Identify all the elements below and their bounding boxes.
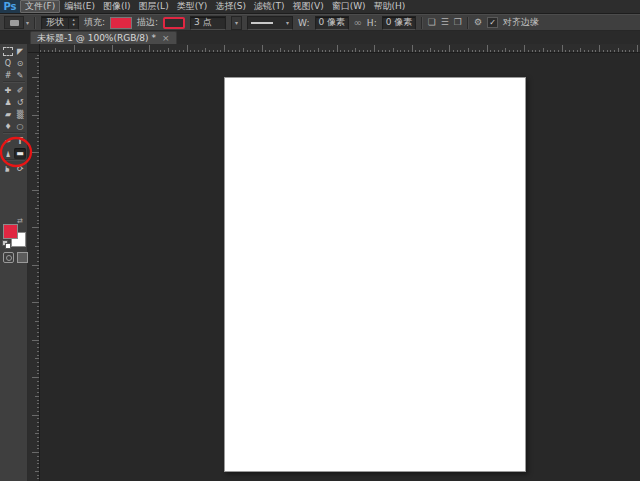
eraser-tool[interactable]: ▰: [2, 109, 14, 120]
ruler-tick: [363, 50, 364, 52]
tool-preset-picker[interactable]: ▾: [4, 16, 29, 29]
stroke-style-dropdown[interactable]: ▾: [247, 16, 293, 30]
blur-tool[interactable]: ♦: [2, 121, 14, 132]
ruler-tick: [438, 50, 439, 52]
quick-mask-button[interactable]: [3, 252, 14, 263]
chevron-down-icon: ▾: [26, 20, 29, 26]
ruler-tick: [164, 50, 165, 52]
ruler-tick: [374, 45, 375, 52]
quick-selection-tool[interactable]: ⊙: [14, 58, 26, 69]
horizontal-ruler[interactable]: [40, 44, 640, 53]
zoom-tool[interactable]: σ: [14, 163, 26, 174]
gradient-tool-icon: ▒: [17, 111, 23, 119]
lasso-tool[interactable]: Q: [2, 58, 14, 69]
ruler-tick: [625, 50, 626, 52]
pasteboard: [40, 53, 640, 481]
ruler-tick: [37, 422, 39, 423]
crop-tool[interactable]: #: [2, 70, 14, 81]
menu-item-8[interactable]: 窗口(W): [328, 0, 370, 13]
shape-width-input[interactable]: 0 像素: [315, 16, 349, 30]
document-tab[interactable]: 未标题-1 @ 100%(RGB/8) * ×: [30, 31, 177, 44]
ruler-tick: [35, 283, 39, 284]
rectangle-tool[interactable]: ▬: [14, 148, 26, 159]
chevron-down-icon: ▾: [235, 20, 238, 26]
stroke-width-input[interactable]: 3 点: [190, 16, 226, 30]
hand-tool[interactable]: ☛: [2, 163, 14, 174]
ruler-tick: [35, 58, 39, 59]
screen-mode-button[interactable]: [17, 252, 28, 263]
ruler-tick: [37, 325, 39, 326]
path-alignment-icon[interactable]: ☰: [441, 18, 449, 27]
stroke-color-swatch[interactable]: [163, 17, 185, 29]
stroke-label: 描边:: [137, 16, 158, 29]
ruler-tick: [202, 50, 203, 52]
ruler-tick: [37, 298, 39, 299]
ruler-tick: [37, 175, 39, 176]
path-operations-icon[interactable]: ❏: [428, 18, 436, 27]
brush-tool[interactable]: ✐: [14, 85, 26, 96]
fill-color-swatch[interactable]: [110, 17, 132, 29]
ruler-tick: [37, 145, 39, 146]
history-brush-tool-icon: ↺: [17, 99, 24, 107]
ruler-tick: [520, 50, 521, 52]
ruler-tick: [32, 452, 39, 453]
ruler-tick: [37, 478, 39, 479]
eyedropper-tool[interactable]: ✎: [14, 70, 26, 81]
menu-item-3[interactable]: 图层(L): [135, 0, 173, 13]
gradient-tool[interactable]: ▒: [14, 109, 26, 120]
move-tool[interactable]: ◤: [14, 46, 26, 57]
ruler-tick: [487, 45, 488, 52]
tool-group-divider: [3, 81, 25, 83]
ruler-tick: [32, 415, 39, 416]
default-colors-icon[interactable]: [2, 240, 10, 247]
gear-icon[interactable]: ⚙: [474, 18, 482, 27]
ruler-tick: [37, 332, 39, 333]
menu-item-1[interactable]: 编辑(E): [60, 0, 99, 13]
ruler-tick: [35, 358, 39, 359]
menu-item-7[interactable]: 视图(V): [288, 0, 327, 13]
ruler-tick: [100, 50, 101, 52]
ruler-tick: [37, 167, 39, 168]
pen-tool[interactable]: ✒: [2, 136, 14, 147]
ruler-tick: [138, 50, 139, 52]
close-icon[interactable]: ×: [162, 34, 170, 43]
menu-item-0[interactable]: 文件(F): [20, 0, 60, 13]
ruler-tick: [494, 50, 495, 52]
shape-height-input[interactable]: 0 像素: [382, 16, 416, 30]
ruler-tick: [32, 265, 39, 266]
stroke-width-dropdown[interactable]: ▾: [231, 16, 242, 30]
ruler-tick: [610, 50, 611, 52]
type-tool-icon: T: [17, 138, 22, 146]
dodge-tool[interactable]: ○: [14, 121, 26, 132]
ruler-tick: [340, 50, 341, 52]
ruler-tick: [599, 45, 600, 52]
tool-mode-select[interactable]: 形状 ▴▾: [41, 16, 79, 30]
ruler-tick: [505, 48, 506, 52]
history-brush-tool[interactable]: ↺: [14, 97, 26, 108]
ruler-tick: [32, 77, 39, 78]
menu-item-9[interactable]: 帮助(H): [370, 0, 410, 13]
ruler-tick: [32, 340, 39, 341]
menu-item-6[interactable]: 滤镜(T): [250, 0, 289, 13]
clone-stamp-tool[interactable]: ♟: [2, 97, 14, 108]
ruler-tick: [258, 50, 259, 52]
menu-item-4[interactable]: 类型(Y): [173, 0, 212, 13]
type-tool[interactable]: T: [14, 136, 26, 147]
healing-brush-tool[interactable]: ✚: [2, 85, 14, 96]
vertical-ruler[interactable]: [28, 53, 40, 481]
menu-item-5[interactable]: 选择(S): [211, 0, 250, 13]
ruler-tick: [629, 50, 630, 52]
document-canvas[interactable]: [224, 77, 526, 472]
align-edges-checkbox[interactable]: ✓: [487, 17, 498, 28]
ruler-tick: [70, 50, 71, 52]
path-selection-tool[interactable]: ▲: [2, 148, 14, 159]
ruler-tick: [580, 48, 581, 52]
menu-item-2[interactable]: 图像(I): [99, 0, 135, 13]
ruler-tick: [35, 396, 39, 397]
ruler-tick: [37, 66, 39, 67]
link-dimensions-icon[interactable]: ∞: [354, 18, 362, 28]
ruler-tick: [179, 50, 180, 52]
rectangular-marquee-tool[interactable]: [2, 46, 14, 57]
foreground-color-swatch[interactable]: [3, 224, 18, 239]
path-arrangement-icon[interactable]: ❐: [454, 18, 462, 27]
